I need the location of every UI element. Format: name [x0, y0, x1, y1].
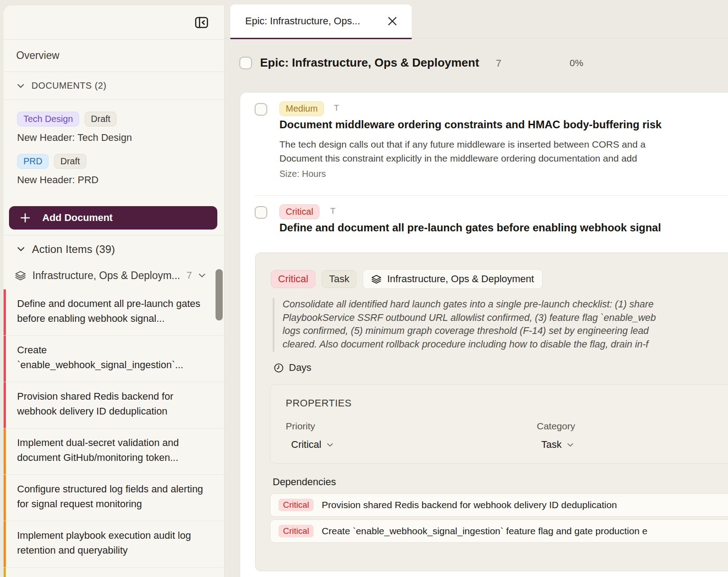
list-item[interactable]	[4, 568, 224, 577]
severity-bar	[4, 289, 6, 335]
close-icon[interactable]	[385, 14, 400, 29]
priority-badge: Critical	[279, 204, 319, 219]
task-title[interactable]: Define and document all pre-launch gates…	[279, 221, 661, 234]
collapse-sidebar-button[interactable]	[193, 14, 210, 31]
quote-line: Consolidate all identified hard launch g…	[283, 298, 656, 311]
task-size: Size: Hours	[279, 169, 326, 179]
clock-icon	[274, 363, 284, 373]
blockquote-bar	[273, 298, 274, 352]
chevron-down-icon	[17, 247, 25, 252]
action-item-text: Create `enable_webhook_signal_ingestion`…	[17, 343, 211, 372]
epic-progress-percent: 0%	[570, 58, 583, 68]
dependencies-title: Dependencies	[273, 476, 336, 488]
doc-type-badge: PRD	[17, 154, 49, 169]
epic-checkbox[interactable]	[239, 57, 252, 69]
action-items-list: Define and document all pre-launch gates…	[4, 289, 224, 577]
epic-badge[interactable]: Infrastructure, Ops & Deployment	[363, 269, 542, 289]
dependency-text: Create `enable_webhook_signal_ingestion`…	[322, 526, 647, 536]
group-label: Infrastructure, Ops & Deploym...	[32, 270, 180, 282]
chevron-down-icon[interactable]	[198, 273, 206, 278]
list-item[interactable]: Implement dual-secret validation and doc…	[4, 428, 224, 475]
app-root: Overview DOCUMENTS (2) Tech Design Draft…	[0, 0, 728, 577]
action-items-section-header[interactable]: Action Items (39)	[4, 235, 224, 263]
quote-line: logs confirmed, (5) minimum graph covera…	[283, 325, 656, 338]
task-description: The tech design calls out that if any fu…	[279, 137, 646, 165]
divider	[255, 195, 728, 196]
priority-dropdown[interactable]: Critical	[291, 439, 333, 451]
priority-badge: Critical	[271, 270, 315, 288]
document-item-tech-design[interactable]: Tech Design Draft New Header: Tech Desig…	[17, 112, 215, 144]
effort-value: Days	[289, 362, 311, 374]
priority-label: Priority	[286, 421, 315, 432]
category-label: Category	[537, 421, 575, 432]
severity-bar	[4, 568, 6, 577]
category-value: Task	[541, 439, 562, 451]
detail-badges-row: Critical Task Infrastructure, Ops & Depl…	[271, 269, 543, 289]
action-item-text: Configure structured log fields and aler…	[17, 482, 211, 511]
page-title: Epic: Infrastructure, Ops & Deployment	[260, 56, 479, 70]
task-title[interactable]: Document middleware ordering constraints…	[279, 118, 661, 131]
dependency-row[interactable]: Critical Create `enable_webhook_signal_i…	[270, 519, 728, 543]
sidebar-item-overview[interactable]: Overview	[4, 40, 224, 72]
epic-badge-label: Infrastructure, Ops & Deployment	[387, 273, 534, 285]
doc-title: New Header: Tech Design	[17, 132, 215, 144]
task-checkbox[interactable]	[255, 103, 267, 116]
properties-box: PROPERTIES Priority Critical Category Ta…	[270, 384, 728, 464]
quote-line: PlaybookService SSRF outbound URL allowl…	[283, 311, 656, 325]
severity-bar	[4, 475, 6, 521]
action-item-text: Provision shared Redis backend for webho…	[17, 389, 211, 419]
dependency-priority-badge: Critical	[279, 499, 314, 511]
sidebar-topbar	[4, 5, 224, 40]
list-item[interactable]: Implement playbook execution audit log r…	[4, 521, 224, 568]
task-list-card: Medium T Document middleware ordering co…	[240, 92, 728, 577]
list-item[interactable]: Define and document all pre-launch gates…	[4, 289, 224, 336]
add-document-button[interactable]: Add Document	[9, 206, 217, 230]
quote-line: cleared. Also document rollback procedur…	[283, 338, 656, 352]
action-items-group-row[interactable]: Infrastructure, Ops & Deploym... 7	[4, 263, 224, 288]
chevron-down-icon	[327, 443, 333, 447]
layers-icon	[15, 270, 26, 281]
epic-task-count: 7	[496, 58, 501, 69]
task-type-letter: T	[334, 103, 339, 113]
properties-title: PROPERTIES	[286, 397, 351, 409]
priority-value: Critical	[291, 439, 321, 451]
add-document-label: Add Document	[42, 212, 112, 224]
documents-header-label: DOCUMENTS (2)	[31, 81, 107, 91]
priority-badge: Medium	[279, 101, 324, 116]
severity-bar	[4, 521, 6, 567]
action-item-text: Define and document all pre-launch gates…	[17, 296, 211, 326]
layers-icon	[371, 274, 382, 284]
dependency-priority-badge: Critical	[279, 525, 314, 537]
document-item-prd[interactable]: PRD Draft New Header: PRD	[17, 154, 215, 186]
chevron-down-icon	[567, 443, 574, 447]
doc-status-badge: Draft	[54, 154, 86, 169]
category-badge: Task	[322, 270, 356, 288]
severity-bar	[4, 428, 6, 474]
doc-status-badge: Draft	[85, 112, 117, 126]
task-detail-panel: Critical Task Infrastructure, Ops & Depl…	[255, 252, 728, 571]
tab-epic-infrastructure[interactable]: Epic: Infrastructure, Ops...	[230, 5, 412, 39]
severity-bar	[4, 382, 6, 428]
tab-title: Epic: Infrastructure, Ops...	[245, 15, 378, 27]
task-description-line: The tech design calls out that if any fu…	[279, 137, 646, 151]
sidebar-scrollbar-thumb[interactable]	[216, 269, 223, 320]
task-detail-description: Consolidate all identified hard launch g…	[283, 298, 656, 351]
list-item[interactable]: Configure structured log fields and aler…	[4, 475, 224, 521]
plus-icon	[20, 212, 31, 223]
action-item-text: Implement dual-secret validation and doc…	[17, 435, 211, 465]
task-checkbox[interactable]	[255, 206, 267, 219]
collapse-sidebar-icon	[194, 15, 209, 30]
doc-title: New Header: PRD	[17, 174, 215, 186]
category-dropdown[interactable]: Task	[541, 439, 574, 451]
list-item[interactable]: Provision shared Redis backend for webho…	[4, 382, 224, 428]
documents-section-header[interactable]: DOCUMENTS (2)	[4, 72, 224, 100]
task-type-letter: T	[330, 206, 336, 216]
group-count: 7	[187, 270, 192, 281]
dependency-row[interactable]: Critical Provision shared Redis backend …	[270, 493, 728, 517]
sidebar: Overview DOCUMENTS (2) Tech Design Draft…	[4, 5, 225, 577]
overview-label: Overview	[16, 50, 59, 62]
action-items-header-label: Action Items (39)	[32, 243, 115, 256]
task-description-line: Document this constraint explicitly in t…	[279, 151, 646, 165]
list-item[interactable]: Create `enable_webhook_signal_ingestion`…	[4, 336, 224, 382]
dependency-text: Provision shared Redis backend for webho…	[322, 500, 617, 510]
